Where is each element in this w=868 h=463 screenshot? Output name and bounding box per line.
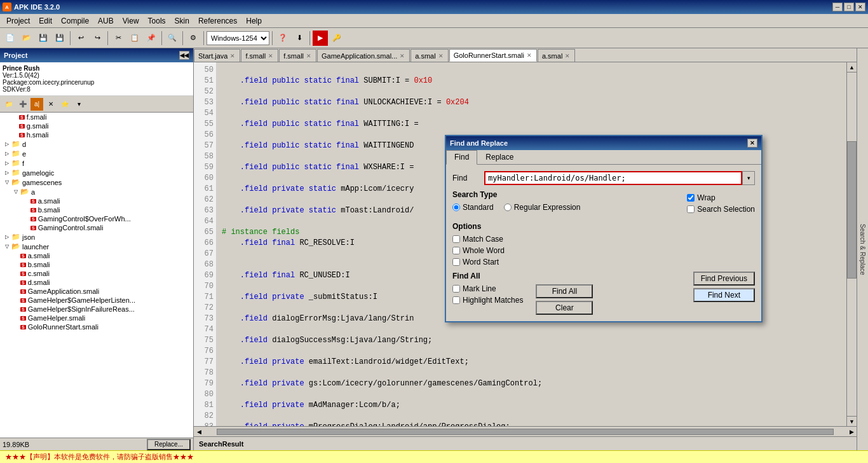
menu-view[interactable]: View — [119, 15, 143, 27]
new-button[interactable]: 📄 — [3, 31, 18, 46]
tree-item-folder-json[interactable]: ▷ 📁 json — [0, 232, 193, 242]
sidebar-tool-5[interactable]: ⭐ — [58, 98, 71, 111]
tab-close-a2[interactable]: ✕ — [564, 53, 571, 59]
tab-close-start[interactable]: ✕ — [229, 53, 236, 59]
sidebar-tool-3[interactable]: a| — [31, 98, 43, 111]
tab-gameapplication[interactable]: GameApplication.smal... ✕ — [317, 49, 410, 62]
paste-button[interactable]: 📌 — [144, 31, 159, 46]
tree-item-gamingcontrol-over[interactable]: S GamingControl$OverForWh... — [0, 214, 193, 223]
hscroll-right[interactable]: ▶ — [846, 427, 857, 436]
scroll-thumb[interactable] — [847, 141, 857, 279]
tab-start-java[interactable]: Start.java ✕ — [194, 49, 240, 62]
dialog-tab-replace[interactable]: Replace — [477, 150, 522, 164]
menu-edit[interactable]: Edit — [35, 15, 56, 27]
close-button[interactable]: ✕ — [855, 3, 865, 11]
scroll-up-button[interactable]: ▲ — [847, 62, 857, 73]
download-button[interactable]: ⬇ — [292, 31, 307, 46]
tree-item-gamingcontrol-smali[interactable]: S GamingControl.smali — [0, 223, 193, 232]
menu-references[interactable]: References — [194, 15, 241, 27]
sidebar-tool-4[interactable]: ✕ — [44, 98, 57, 111]
whole-word-checkbox[interactable] — [452, 247, 460, 254]
redo-button[interactable]: ↪ — [90, 31, 105, 46]
tab-close-grs[interactable]: ✕ — [526, 52, 532, 59]
undo-button[interactable]: ↩ — [73, 31, 88, 46]
hscroll-left[interactable]: ◀ — [194, 427, 204, 436]
tree-item-h-smali[interactable]: S h.smali — [0, 130, 193, 139]
menu-compile[interactable]: Compile — [57, 15, 93, 27]
mark-line-checkbox[interactable] — [452, 285, 460, 293]
find-all-button[interactable]: Find All — [536, 284, 593, 298]
save-button[interactable]: 💾 — [36, 31, 51, 46]
tree-item-g-smali[interactable]: S g.smali — [0, 121, 193, 130]
editor-vscroll[interactable]: ▲ ▼ — [846, 62, 857, 426]
tab-close-f2[interactable]: ✕ — [306, 53, 312, 59]
right-panel-label[interactable]: Search & Replace — [857, 48, 868, 450]
minimize-button[interactable]: ─ — [832, 3, 843, 11]
highlight-matches-checkbox[interactable] — [452, 296, 460, 304]
sidebar-collapse-button[interactable]: ◀◀ — [179, 51, 189, 60]
replace-button[interactable]: Replace... — [147, 439, 191, 450]
menu-tools[interactable]: Tools — [144, 15, 170, 27]
tree-item-folder-a[interactable]: ▽ 📂 a — [0, 187, 193, 197]
tab-golorunnerstart[interactable]: GoloRunnerStart.smali ✕ — [449, 49, 537, 62]
find-next-button[interactable]: Find Next — [693, 288, 755, 302]
sidebar-tool-6[interactable]: ▾ — [72, 98, 85, 111]
build-button[interactable]: ▶ — [313, 31, 328, 46]
tree-item-d-launcher[interactable]: S d.smali — [0, 278, 193, 287]
menu-aub[interactable]: AUB — [94, 15, 118, 27]
wrap-checkbox[interactable] — [687, 194, 695, 202]
tree-item-golorunnerstart[interactable]: S GoloRunnerStart.smali — [0, 322, 193, 331]
copy-button[interactable]: 📋 — [127, 31, 142, 46]
tree-item-gameapplication[interactable]: S GameApplication.smali — [0, 287, 193, 296]
tab-f-small-1[interactable]: f.small ✕ — [241, 49, 278, 62]
maximize-button[interactable]: □ — [844, 3, 854, 11]
tab-close-a1[interactable]: ✕ — [438, 53, 444, 59]
tree-item-folder-gamescenes[interactable]: ▽ 📂 gamescenes — [0, 177, 193, 187]
tree-item-gamehelper-listen[interactable]: S GameHelper$GameHelperListen... — [0, 296, 193, 305]
tab-close-f1[interactable]: ✕ — [268, 53, 274, 59]
find-previous-button[interactable]: Find Previous — [693, 272, 755, 286]
help-button[interactable]: ❓ — [275, 31, 290, 46]
radio-standard-input[interactable] — [452, 204, 460, 211]
tab-a-smal-2[interactable]: a.smal ✕ — [538, 49, 575, 62]
dialog-close-button[interactable]: ✕ — [747, 139, 757, 148]
sign-button[interactable]: 🔑 — [329, 31, 344, 46]
settings-button[interactable]: ⚙ — [186, 31, 201, 46]
tree-item-folder-f[interactable]: ▷ 📁 f — [0, 158, 193, 168]
tab-f-small-2[interactable]: f.small ✕ — [279, 49, 316, 62]
encoding-select[interactable]: Windows-1254 — [207, 31, 269, 45]
radio-regex-input[interactable] — [504, 204, 512, 211]
find-input[interactable] — [484, 171, 742, 185]
search-selection-checkbox[interactable] — [687, 205, 695, 213]
editor-hscroll[interactable]: ◀ ▶ — [194, 426, 857, 436]
scroll-down-button[interactable]: ▼ — [847, 416, 857, 426]
tree-item-folder-e[interactable]: ▷ 📁 e — [0, 149, 193, 158]
clear-button[interactable]: Clear — [536, 301, 593, 315]
tree-item-a-launcher[interactable]: S a.smali — [0, 251, 193, 260]
sidebar-tool-2[interactable]: ➕ — [17, 98, 29, 111]
find-dropdown[interactable]: ▾ — [742, 171, 755, 185]
menu-help[interactable]: Help — [242, 15, 266, 27]
hscroll-thumb[interactable] — [217, 429, 834, 435]
open-button[interactable]: 📂 — [19, 31, 34, 46]
tab-close-ga[interactable]: ✕ — [399, 53, 405, 59]
tree-item-a-smali-gamescenes[interactable]: S a.smali — [0, 197, 193, 205]
tree-item-folder-d[interactable]: ▷ 📁 d — [0, 139, 193, 149]
save-all-button[interactable]: 💾 — [52, 31, 67, 46]
tree-item-gamehelper-sign[interactable]: S GameHelper$SignInFailureReas... — [0, 305, 193, 314]
tab-a-smal-1[interactable]: a.smal ✕ — [410, 49, 448, 62]
cut-button[interactable]: ✂ — [111, 31, 126, 46]
word-start-checkbox[interactable] — [452, 258, 460, 266]
tree-item-c-launcher[interactable]: S c.smali — [0, 269, 193, 278]
tree-item-folder-launcher[interactable]: ▽ 📂 launcher — [0, 242, 193, 251]
tree-item-b-smali-gamescenes[interactable]: S b.smali — [0, 205, 193, 214]
menu-project[interactable]: Project — [3, 15, 34, 27]
menu-skin[interactable]: Skin — [171, 15, 193, 27]
tree-item-f-smali-1[interactable]: S f.smali — [0, 113, 193, 121]
tree-item-folder-gamelogic[interactable]: ▷ 📁 gamelogic — [0, 168, 193, 177]
tree-item-gamehelper-smali[interactable]: S GameHelper.smali — [0, 314, 193, 322]
sidebar-tool-1[interactable]: 📁 — [3, 98, 15, 111]
tree-item-b-launcher[interactable]: S b.smali — [0, 260, 193, 269]
match-case-checkbox[interactable] — [452, 235, 460, 243]
find-button[interactable]: 🔍 — [165, 31, 180, 46]
